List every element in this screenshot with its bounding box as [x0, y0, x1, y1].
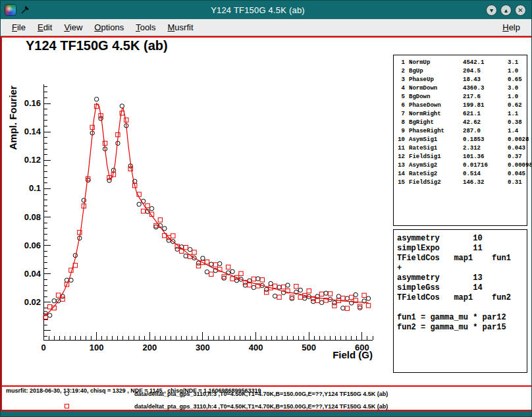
param-name: NormRight — [409, 110, 459, 119]
param-name: AsymSig2 — [409, 161, 459, 170]
param-error: 3.1 — [508, 59, 525, 67]
theory-line: TFieldCos map1 fun2 — [397, 293, 523, 303]
theory-panel: asymmetry 10simplExpo 11TFieldCos map1 f… — [393, 229, 527, 373]
x-tick-label: 100 — [90, 343, 104, 352]
param-row: 7NormRight621.11.1 — [396, 110, 525, 119]
param-error: 1.0 — [508, 67, 525, 76]
param-value: 621.1 — [463, 110, 504, 119]
param-row: 5BgDown217.61.0 — [396, 93, 525, 101]
theory-line: fun2 = gamma_mu * par15 — [397, 323, 523, 333]
menu-item-help[interactable]: Help — [496, 20, 526, 34]
param-name: FieldSig1 — [409, 153, 459, 161]
param-error: 0.00098 — [508, 161, 532, 170]
param-index: 6 — [396, 101, 405, 110]
legend-label: data/deltat_pta_gps_3110,h:4 ,T0=4.50K,T… — [134, 403, 388, 410]
y-tick-label: 0.06 — [24, 240, 41, 250]
param-row: 9PhaseRight287.01.4 — [396, 127, 525, 136]
title-bar[interactable]: Y124 TF150G 4.5K (ab) ▾▴✕ — [1, 1, 531, 19]
fit-curve — [43, 103, 369, 316]
param-name: BgRight — [409, 119, 459, 127]
theory-line: asymmetry 13 — [397, 273, 523, 283]
param-index: 1 — [396, 59, 405, 67]
y-tick-label: 0.12 — [24, 155, 41, 165]
param-error: 1.4 — [508, 127, 525, 136]
maximize-button[interactable]: ▴ — [500, 5, 512, 16]
menu-item-edit[interactable]: Edit — [32, 20, 58, 34]
param-index: 3 — [396, 76, 405, 84]
fit-parameters-panel: 1NormUp4542.13.12BgUp204.51.03PhaseUp18.… — [393, 55, 527, 226]
param-index: 5 — [396, 93, 405, 101]
param-row: 13AsymSig20.017160.00098 — [396, 161, 525, 170]
param-error: 1.0 — [508, 93, 525, 101]
menu-item-file[interactable]: File — [6, 20, 32, 34]
param-name: NormDown — [409, 84, 459, 93]
param-row: 14RateSig20.5140.045 — [396, 170, 525, 179]
param-error: 0.65 — [508, 76, 525, 84]
title-bar-icons — [5, 4, 30, 16]
x-tick-label: 200 — [142, 343, 157, 352]
param-index: 7 — [396, 110, 405, 119]
param-value: 2.312 — [463, 144, 504, 153]
param-row: 11RateSig12.3120.043 — [396, 144, 525, 153]
param-value: 217.6 — [463, 93, 504, 101]
param-row: 10AsymSig10.18530.0028 — [396, 136, 525, 144]
plot-title: Y124 TF150G 4.5K (ab) — [26, 38, 168, 53]
param-value: 0.01716 — [463, 161, 504, 170]
param-index: 10 — [396, 136, 405, 144]
param-name: RateSig1 — [409, 144, 459, 153]
param-name: NormUp — [409, 59, 459, 67]
param-error: 0.045 — [508, 170, 525, 179]
menu-item-view[interactable]: View — [58, 20, 88, 34]
param-index: 11 — [396, 144, 405, 153]
param-value: 146.32 — [463, 179, 504, 187]
param-index: 14 — [396, 170, 405, 179]
param-index: 9 — [396, 127, 405, 136]
param-index: 15 — [396, 179, 405, 187]
menu-bar: FileEditViewOptionsToolsMusrfit Help — [1, 19, 531, 36]
param-row: 3PhaseUp18.430.65 — [396, 76, 525, 84]
param-name: BgUp — [409, 67, 459, 76]
menu-item-musrfit[interactable]: Musrfit — [162, 20, 200, 34]
musrfit-window: Y124 TF150G 4.5K (ab) ▾▴✕ FileEditViewOp… — [0, 0, 532, 417]
close-button[interactable]: ✕ — [515, 5, 526, 16]
theory-line: fun1 = gamma_mu * par12 — [397, 313, 523, 323]
tick-labels: 01002003004005006000.020.040.060.080.10.… — [24, 98, 369, 352]
x-tick-label: 300 — [196, 343, 210, 352]
param-row: 4NormDown4360.33.0 — [396, 84, 525, 93]
menu-item-tools[interactable]: Tools — [130, 20, 161, 34]
app-icon — [5, 4, 16, 16]
param-error: 3.0 — [508, 84, 525, 93]
minimize-button[interactable]: ▾ — [486, 5, 497, 16]
param-name: AsymSig1 — [409, 136, 459, 144]
window-controls: ▾▴✕ — [486, 5, 526, 16]
canvas-divider — [2, 385, 531, 387]
theory-line: simpleGss 14 — [397, 283, 523, 293]
y-tick-label: 0.16 — [24, 98, 41, 108]
param-error: 0.37 — [508, 153, 525, 161]
y-tick-label: 0.02 — [24, 297, 41, 307]
param-error: 0.043 — [508, 144, 525, 153]
legend-label: data/deltat_pta_gps_3110,h:3 ,T0=4.50K,T… — [134, 391, 388, 397]
root-canvas[interactable]: Y124 TF150G 4.5K (ab) 010020030040050060… — [1, 36, 532, 411]
param-row: 12FieldSig1101.360.37 — [396, 153, 525, 161]
legend-entry: data/deltat_pta_gps_3110,h:3 ,T0=4.50K,T… — [2, 389, 531, 399]
x-tick-label: 500 — [302, 343, 316, 352]
param-value: 101.36 — [463, 153, 504, 161]
menu-item-options[interactable]: Options — [88, 20, 130, 34]
param-value: 287.0 — [463, 127, 504, 136]
param-name: PhaseUp — [409, 76, 459, 84]
param-index: 4 — [396, 84, 405, 93]
param-row: 6PhaseDown199.810.62 — [396, 101, 525, 110]
param-index: 2 — [396, 67, 405, 76]
menu-left: FileEditViewOptionsToolsMusrfit — [6, 20, 200, 34]
x-axis-title: Field (G) — [332, 349, 373, 360]
y-tick-label: 0.1 — [29, 183, 41, 193]
param-error: 1.1 — [508, 110, 525, 119]
theory-line: simplExpo 11 — [397, 244, 523, 254]
y-tick-label: 0.04 — [24, 269, 41, 279]
param-name: RateSig2 — [409, 170, 459, 179]
theory-line: asymmetry 10 — [397, 234, 523, 244]
pin-icon — [20, 5, 30, 14]
fourier-plot[interactable]: 01002003004005006000.020.040.060.080.10.… — [6, 77, 391, 380]
param-row: 15FieldSig2146.320.31 — [396, 179, 525, 187]
